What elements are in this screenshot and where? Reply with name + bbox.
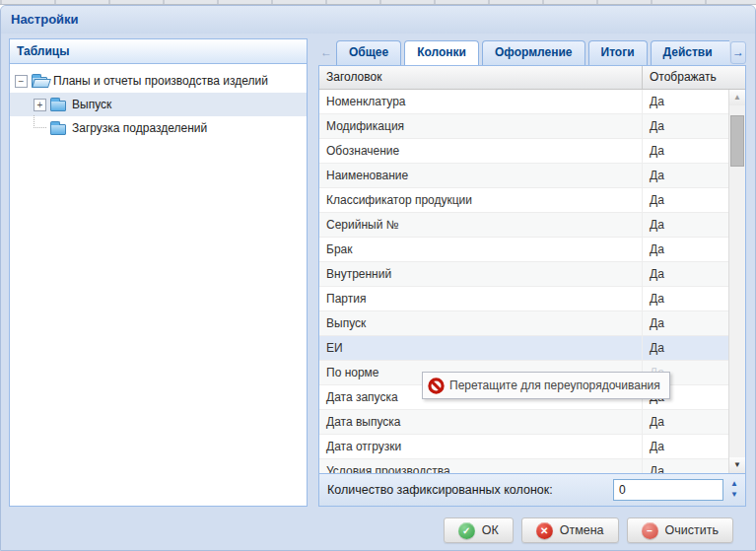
clear-button-label: Очистить xyxy=(665,523,719,537)
tab-scroll-right-icon[interactable]: → xyxy=(730,41,746,64)
ok-check-icon: ✓ xyxy=(458,522,475,539)
ok-button[interactable]: ✓ ОК xyxy=(444,517,514,543)
column-header-otobrazhat[interactable]: Отображать xyxy=(643,66,745,89)
table-row[interactable]: Обозначение Да xyxy=(319,139,728,164)
table-row[interactable]: Наименование Да xyxy=(319,164,728,188)
scrollbar-thumb[interactable] xyxy=(730,115,744,167)
tables-panel: Таблицы − Планы и отчеты производства из… xyxy=(9,38,308,507)
table-row-selected[interactable]: ЕИ Да xyxy=(319,336,728,361)
screen: Настройки Таблицы − Планы и отчеты произ… xyxy=(0,0,756,551)
tab-obschee[interactable]: Общее xyxy=(336,40,401,65)
cancel-button-label: Отмена xyxy=(560,523,604,537)
tables-tree: − Планы и отчеты производства изделий + … xyxy=(10,64,307,140)
cancel-x-icon: ✕ xyxy=(536,522,553,539)
tab-scroll-left-icon[interactable]: ← xyxy=(318,41,334,64)
row-value: Да xyxy=(643,410,728,434)
row-label: Обозначение xyxy=(319,139,643,163)
scroll-up-icon[interactable]: ▲ xyxy=(729,90,745,105)
drag-reorder-tooltip-text: Перетащите для переупорядочивания xyxy=(449,379,660,392)
scroll-down-icon[interactable]: ▼ xyxy=(729,457,745,473)
expand-expander-icon[interactable]: + xyxy=(34,99,46,111)
row-label: ЕИ xyxy=(319,336,643,360)
row-value: Да xyxy=(643,188,728,212)
ok-button-label: ОК xyxy=(482,523,499,537)
folder-icon xyxy=(50,101,66,111)
row-value: Да xyxy=(643,139,728,163)
table-row[interactable]: Модификация Да xyxy=(319,114,728,139)
table-row[interactable]: Брак Да xyxy=(319,238,728,262)
dialog-footer: ✓ ОК ✕ Отмена − Очистить xyxy=(444,517,733,543)
table-row[interactable]: Дата выпуска Да xyxy=(319,410,728,435)
row-value: Да xyxy=(643,459,728,473)
tab-kolonki[interactable]: Колонки xyxy=(404,40,479,65)
row-value: Да xyxy=(643,336,728,360)
tree-item-label: Загрузка подразделений xyxy=(72,121,207,135)
row-label: Наименование xyxy=(319,164,643,187)
row-label: Внутренний xyxy=(319,262,643,286)
fixed-columns-input[interactable] xyxy=(613,479,723,501)
clear-minus-icon: − xyxy=(642,522,658,539)
tree-item-zagruzka[interactable]: Загрузка подразделений xyxy=(10,116,307,140)
row-label: Дата отгрузки xyxy=(319,435,643,458)
tree-item-vypusk[interactable]: + Выпуск xyxy=(10,93,307,116)
spinner-buttons: ▲ ▼ xyxy=(726,479,742,501)
table-row[interactable]: Дата отгрузки Да xyxy=(319,435,728,459)
tab-oformlenie[interactable]: Оформление xyxy=(482,40,585,65)
row-value: Да xyxy=(643,287,728,310)
fixed-columns-spinner: ▲ ▼ xyxy=(613,479,742,501)
table-row[interactable]: Номенклатура Да xyxy=(319,90,728,114)
columns-grid: Заголовок Отображать Номенклатура Да Мод… xyxy=(318,65,746,474)
row-label: Партия xyxy=(319,287,643,310)
tree-elbow-line xyxy=(34,115,46,128)
row-label: Номенклатура xyxy=(319,90,643,113)
tab-deystviya[interactable]: Действи xyxy=(651,40,729,65)
spinner-down-icon[interactable]: ▼ xyxy=(726,490,742,501)
tree-item-label: Планы и отчеты производства изделий xyxy=(53,74,268,88)
settings-dialog: Настройки Таблицы − Планы и отчеты произ… xyxy=(0,5,756,551)
row-label: Выпуск xyxy=(319,311,643,335)
row-label: Условия производства xyxy=(319,459,643,473)
row-label: Модификация xyxy=(319,114,643,138)
tab-itogi[interactable]: Итоги xyxy=(588,40,648,65)
tab-strip: Общее Колонки Оформление Итоги Действи xyxy=(336,40,729,65)
table-row[interactable]: Условия производства Да xyxy=(319,459,728,473)
row-label: Дата выпуска xyxy=(319,410,643,434)
row-value: Да xyxy=(643,114,728,138)
table-row[interactable]: Выпуск Да xyxy=(319,311,728,336)
row-value: Да xyxy=(643,311,728,335)
row-value: Да xyxy=(643,435,728,458)
tab-bar: ← Общее Колонки Оформление Итоги Действи… xyxy=(318,38,746,65)
tree-item-label: Выпуск xyxy=(72,98,111,111)
grid-body: Номенклатура Да Модификация Да Обозначен… xyxy=(319,90,728,473)
column-header-zagolovok[interactable]: Заголовок xyxy=(319,66,643,89)
fixed-columns-toolbar: Количество зафиксированных колонок: ▲ ▼ xyxy=(318,474,746,507)
dialog-title: Настройки xyxy=(1,6,755,34)
columns-panel: ← Общее Колонки Оформление Итоги Действи… xyxy=(318,38,746,507)
table-row[interactable]: Серийный № Да xyxy=(319,213,728,238)
tables-panel-title: Таблицы xyxy=(10,39,307,64)
table-row[interactable]: Внутренний Да xyxy=(319,262,728,287)
grid-header: Заголовок Отображать xyxy=(319,66,745,90)
collapse-expander-icon[interactable]: − xyxy=(15,75,28,88)
table-row[interactable]: Классификатор продукции Да xyxy=(319,188,728,213)
fixed-columns-label: Количество зафиксированных колонок: xyxy=(319,483,613,497)
table-row[interactable]: Партия Да xyxy=(319,287,728,311)
clear-button[interactable]: − Очистить xyxy=(627,517,733,543)
cancel-button[interactable]: ✕ Отмена xyxy=(521,517,619,543)
folder-open-icon xyxy=(32,77,47,88)
drag-reorder-tooltip: Перетащите для переупорядочивания xyxy=(422,372,670,399)
row-label: Серийный № xyxy=(319,213,643,237)
row-value: Да xyxy=(643,164,728,187)
row-value: Да xyxy=(643,213,728,237)
folder-icon xyxy=(50,124,66,135)
spinner-up-icon[interactable]: ▲ xyxy=(726,479,742,490)
tree-item-plans-reports[interactable]: − Планы и отчеты производства изделий xyxy=(10,69,307,93)
row-label: Классификатор продукции xyxy=(319,188,643,212)
row-value: Да xyxy=(643,238,728,261)
row-value: Да xyxy=(643,90,728,113)
vertical-scrollbar: ▲ ▼ xyxy=(728,90,745,473)
row-label: Брак xyxy=(319,238,643,261)
no-drop-icon xyxy=(428,378,445,394)
row-value: Да xyxy=(643,262,728,286)
